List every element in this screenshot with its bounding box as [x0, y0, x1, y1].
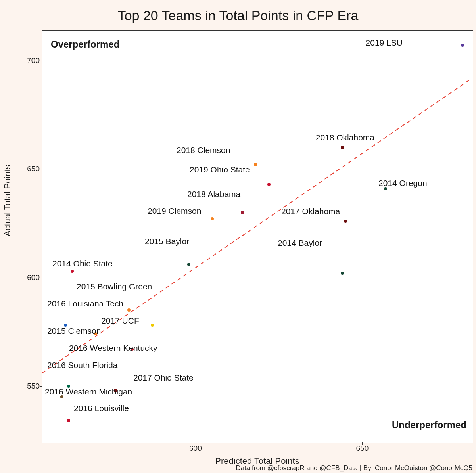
annotation-overperformed: Overperformed [51, 39, 119, 50]
data-label: 2016 South Florida [47, 360, 117, 370]
data-label: 2016 Western Kentucky [69, 343, 157, 353]
data-point [341, 146, 344, 149]
data-label: 2016 Louisville [74, 404, 129, 413]
data-label: 2019 Ohio State [190, 165, 250, 174]
data-point [187, 263, 190, 266]
data-label: 2018 Alabama [187, 190, 240, 199]
y-tick: 550 [16, 382, 40, 391]
data-label: 2016 Louisiana Tech [47, 299, 123, 308]
plot-area [42, 30, 473, 443]
leader-line [119, 378, 131, 378]
data-label: 2016 Western Michigan [45, 387, 132, 396]
data-label: 2015 Bowling Green [77, 282, 152, 291]
data-point [211, 217, 214, 220]
y-axis-label: Actual Total Points [2, 165, 13, 236]
data-point [461, 44, 464, 47]
data-point [241, 211, 244, 214]
chart-caption: Data from @cfbscrapR and @CFB_Data | By:… [236, 464, 472, 472]
data-point [254, 163, 257, 166]
data-label: 2014 Ohio State [52, 259, 113, 268]
y-tick: 600 [16, 273, 40, 282]
data-point [267, 183, 271, 186]
data-point [341, 272, 344, 275]
data-point [151, 324, 154, 327]
data-point [71, 270, 74, 273]
data-point [67, 419, 70, 422]
data-label: 2019 LSU [366, 38, 403, 48]
data-point [127, 308, 131, 312]
x-tick: 600 [189, 444, 202, 453]
data-label: 2018 Oklahoma [316, 133, 374, 142]
data-point [344, 220, 347, 223]
data-label: 2017 Oklahoma [281, 207, 340, 216]
data-label: 2015 Baylor [145, 237, 189, 246]
data-label: 2017 UCF [101, 316, 139, 326]
annotation-underperformed: Underperformed [392, 419, 466, 431]
data-label: 2019 Clemson [148, 206, 201, 216]
y-tick: 650 [16, 165, 40, 173]
data-label: 2014 Oregon [378, 178, 427, 188]
data-label: 2017 Ohio State [133, 373, 194, 383]
data-label: 2018 Clemson [177, 146, 230, 155]
data-label: 2014 Baylor [278, 238, 322, 248]
y-tick: 700 [16, 56, 40, 65]
x-tick: 650 [356, 444, 369, 453]
data-label: 2015 Clemson [47, 326, 101, 336]
chart-title: Top 20 Teams in Total Points in CFP Era [0, 8, 476, 23]
